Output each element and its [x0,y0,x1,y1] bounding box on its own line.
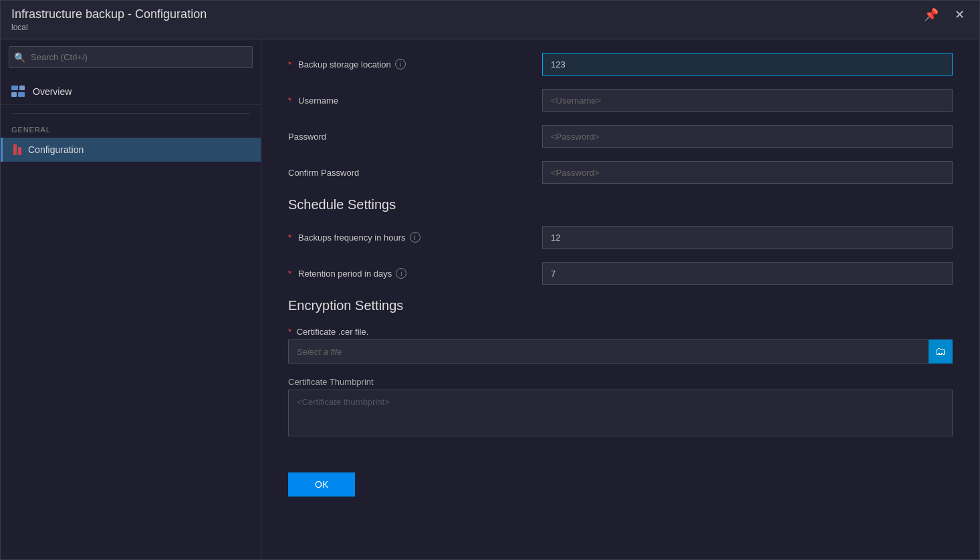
window-title: Infrastructure backup - Configuration [11,7,207,21]
cert-thumbprint-textarea[interactable] [288,390,953,436]
search-input[interactable] [9,46,253,68]
retention-input[interactable] [542,262,953,285]
confirm-password-row: Confirm Password [288,161,953,184]
password-row: Password [288,125,953,148]
cert-thumbprint-label: Certificate Thumbprint [288,377,953,387]
backup-location-label: Backup storage location [298,59,391,69]
username-row: * Username [288,89,953,112]
form-area: * Backup storage location i * Username P… [261,39,979,559]
title-bar: Infrastructure backup - Configuration lo… [1,1,979,39]
cert-thumbprint-section: Certificate Thumbprint [288,377,953,439]
backup-location-info-icon[interactable]: i [395,59,406,69]
configuration-label: Configuration [28,144,84,155]
password-input[interactable] [542,125,953,148]
sidebar: 🔍 Overview GENERA [1,39,261,559]
encryption-section-heading: Encryption Settings [288,298,953,313]
general-section-label: GENERAL [1,122,261,138]
required-star-1: * [288,59,291,69]
password-label: Password [288,132,326,142]
overview-label: Overview [33,86,72,97]
search-box: 🔍 [9,46,253,68]
username-label-container: * Username [288,96,542,106]
confirm-password-input[interactable] [542,161,953,184]
password-label-container: Password [288,132,542,142]
confirm-password-label-container: Confirm Password [288,168,542,178]
backup-location-input[interactable] [542,53,953,76]
backup-location-row: * Backup storage location i [288,53,953,76]
retention-info-icon[interactable]: i [396,268,406,279]
file-row: 🗂 [288,339,953,364]
frequency-label-container: * Backups frequency in hours i [288,232,542,243]
frequency-info-icon[interactable]: i [410,232,420,243]
username-input[interactable] [542,89,953,112]
overview-icon [11,86,26,98]
frequency-label: Backups frequency in hours [298,233,405,243]
sidebar-item-configuration[interactable]: Configuration [1,138,261,162]
ok-button[interactable]: OK [288,472,355,497]
required-star-2: * [288,96,291,106]
schedule-section-heading: Schedule Settings [288,197,953,213]
backup-location-label-container: * Backup storage location i [288,59,542,69]
required-star-4: * [288,269,291,279]
pin-button[interactable]: 📌 [920,7,943,22]
retention-label: Retention period in days [298,269,392,279]
main-content: 🔍 Overview GENERA [1,39,979,559]
frequency-input[interactable] [542,226,953,249]
cert-file-section: * Certificate .cer file. 🗂 [288,327,953,364]
folder-icon: 🗂 [935,345,946,358]
frequency-row: * Backups frequency in hours i [288,226,953,249]
search-icon: 🔍 [14,52,25,63]
required-star-5: * [288,327,291,337]
configuration-icon [13,144,21,155]
app-window: Infrastructure backup - Configuration lo… [0,0,980,560]
file-input[interactable] [288,339,929,364]
retention-label-container: * Retention period in days i [288,268,542,279]
title-bar-left: Infrastructure backup - Configuration lo… [11,7,207,32]
retention-row: * Retention period in days i [288,262,953,285]
window-subtitle: local [11,23,207,32]
confirm-password-label: Confirm Password [288,168,359,178]
title-bar-controls: 📌 ✕ [920,7,969,22]
username-label: Username [298,96,338,106]
sidebar-divider [11,113,250,114]
close-button[interactable]: ✕ [951,7,969,22]
sidebar-item-overview[interactable]: Overview [1,79,261,105]
cert-file-label: * Certificate .cer file. [288,327,953,337]
required-star-3: * [288,233,291,243]
file-browse-button[interactable]: 🗂 [929,339,953,364]
